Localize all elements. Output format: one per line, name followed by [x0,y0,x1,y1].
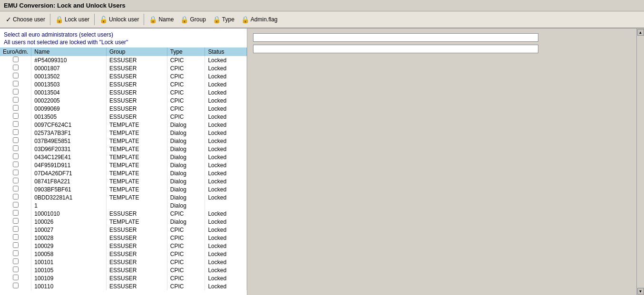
row-status: Locked [205,234,247,242]
row-checkbox-cell[interactable] [0,129,31,137]
row-checkbox-cell[interactable] [0,145,31,153]
col-header-name[interactable]: Name [31,48,107,56]
type-button[interactable]: 🔒 Type [210,15,237,24]
row-checkbox[interactable] [13,242,19,248]
row-checkbox[interactable] [13,234,19,240]
row-group: ESSUSER [106,250,167,258]
col-header-type[interactable]: Type [167,48,205,56]
row-checkbox[interactable] [13,202,19,208]
row-checkbox-cell[interactable] [0,96,31,105]
group-button[interactable]: 🔒 Group [177,15,208,24]
row-checkbox[interactable] [13,137,19,143]
row-checkbox[interactable] [13,250,19,256]
admin-flag-button[interactable]: 🔒 Admin.flag [238,15,281,24]
name-button[interactable]: 🔒 Name [146,15,176,24]
row-checkbox-cell[interactable] [0,242,31,250]
row-group: TEMPLATE [106,129,167,137]
row-checkbox-cell[interactable] [0,161,31,169]
row-checkbox[interactable] [13,218,19,224]
unlock-user-label: Unlock user [109,16,139,23]
row-checkbox-cell[interactable] [0,105,31,113]
scroll-down-arrow[interactable]: ▼ [637,288,644,295]
row-name: 0903BF5BF61 [31,185,107,193]
row-checkbox[interactable] [13,145,19,151]
scroll-up-arrow[interactable]: ▲ [637,29,644,36]
table-row: 100028ESSUSERCPICLocked [0,234,247,242]
row-checkbox[interactable] [13,170,19,175]
row-type: Dialog [167,218,205,226]
row-checkbox-cell[interactable] [0,274,31,282]
lock-user-button[interactable]: 🔒 Lock user [52,15,92,24]
row-checkbox[interactable] [13,258,19,264]
row-checkbox-cell[interactable] [0,266,31,274]
row-checkbox-cell[interactable] [0,121,31,129]
row-checkbox[interactable] [13,162,19,167]
table-row: 00022005ESSUSERCPICLocked [0,96,247,105]
col-header-status[interactable]: Status [205,48,247,56]
row-checkbox[interactable] [13,81,19,86]
row-group: ESSUSER [106,64,167,72]
row-checkbox[interactable] [13,266,19,272]
row-checkbox-cell[interactable] [0,218,31,226]
input-line-1[interactable] [253,33,538,42]
scroll-track-vertical[interactable] [637,36,644,287]
row-checkbox[interactable] [13,178,19,183]
row-checkbox-cell[interactable] [0,137,31,145]
row-checkbox[interactable] [13,275,19,280]
row-checkbox-cell[interactable] [0,177,31,185]
row-checkbox-cell[interactable] [0,153,31,161]
row-checkbox[interactable] [13,283,19,288]
row-checkbox[interactable] [13,65,19,70]
row-checkbox-cell[interactable] [0,88,31,96]
row-checkbox[interactable] [13,129,19,135]
row-checkbox[interactable] [13,210,19,216]
row-status: Locked [205,137,247,145]
row-checkbox-cell[interactable] [0,209,31,218]
row-checkbox-cell[interactable] [0,201,31,209]
row-checkbox-cell[interactable] [0,80,31,88]
right-input-area [247,29,644,61]
user-table[interactable]: EuroAdm. Name Group Type Status #P540993… [0,48,247,295]
row-type: CPIC [167,258,205,266]
unlock-user-button[interactable]: 🔓 Unlock user [97,15,142,24]
row-group: ESSUSER [106,88,167,96]
row-checkbox[interactable] [13,121,19,127]
row-checkbox[interactable] [13,89,19,95]
input-line-2[interactable] [253,45,538,53]
row-checkbox[interactable] [13,97,19,103]
row-checkbox[interactable] [13,57,19,62]
row-checkbox-cell[interactable] [0,258,31,266]
row-checkbox-cell[interactable] [0,113,31,121]
choose-user-button[interactable]: ✓ Choose user [3,15,48,24]
row-checkbox-cell[interactable] [0,250,31,258]
row-type: Dialog [167,193,205,201]
row-checkbox-cell[interactable] [0,193,31,201]
col-header-group[interactable]: Group [106,48,167,56]
table-row: 100029ESSUSERCPICLocked [0,242,247,250]
type-label: Type [222,16,234,23]
row-group: TEMPLATE [106,169,167,177]
row-checkbox-cell[interactable] [0,169,31,177]
row-checkbox-cell[interactable] [0,185,31,193]
table-row: 02573A7B3F1TEMPLATEDialogLocked [0,129,247,137]
row-checkbox[interactable] [13,194,19,200]
row-status: Locked [205,250,247,258]
row-checkbox-cell[interactable] [0,282,31,290]
row-checkbox[interactable] [13,105,19,111]
row-type: Dialog [167,169,205,177]
row-checkbox[interactable] [13,153,19,159]
row-type: Dialog [167,201,205,209]
lock-icon: 🔒 [55,16,63,23]
col-header-euroadm[interactable]: EuroAdm. [0,48,31,56]
row-checkbox-cell[interactable] [0,226,31,234]
row-name: 1 [31,201,107,209]
row-checkbox-cell[interactable] [0,64,31,72]
row-checkbox[interactable] [13,113,19,119]
row-checkbox-cell[interactable] [0,56,31,64]
row-checkbox[interactable] [13,73,19,78]
row-checkbox-cell[interactable] [0,72,31,80]
row-checkbox[interactable] [13,226,19,232]
vertical-scrollbar[interactable]: ▲ ▼ [636,29,644,295]
row-checkbox-cell[interactable] [0,234,31,242]
row-checkbox[interactable] [13,186,19,191]
